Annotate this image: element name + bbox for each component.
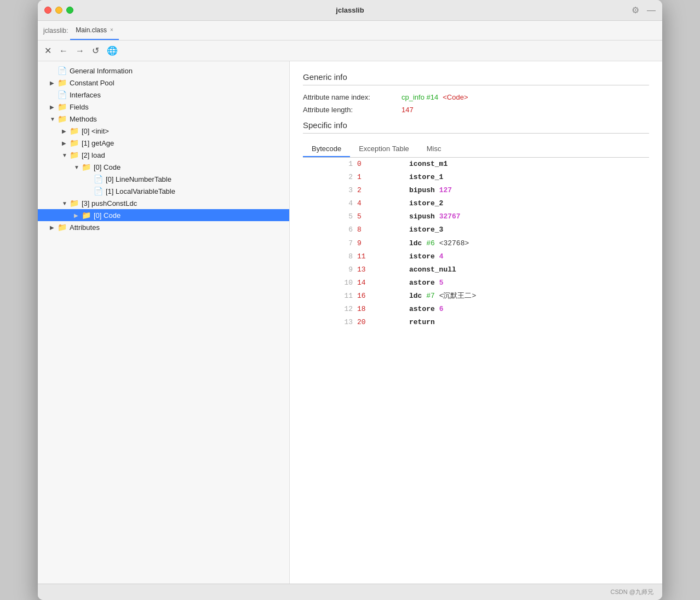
bytecode-line-num: 11 (303, 290, 355, 303)
folder-icon: 📁 (58, 114, 67, 123)
bytecode-row: 811istore 4 (303, 250, 649, 263)
bytecode-operand: 6 (439, 305, 444, 313)
sidebar-item-lvt[interactable]: 📄 [1] LocalVariableTable (38, 185, 289, 197)
attribute-length-row: Attribute length: 147 (303, 106, 649, 114)
attribute-name-row: Attribute name index: cp_info #14 <Code> (303, 93, 649, 101)
sidebar-item-constant-pool[interactable]: ▶ 📁 Constant Pool (38, 77, 289, 89)
chevron-down-icon: ▼ (62, 200, 70, 206)
sidebar-item-lnt[interactable]: 📄 [0] LineNumberTable (38, 173, 289, 185)
bytecode-row: 1116ldc #7 <沉默王二> (303, 290, 649, 303)
bytecode-line-num: 2 (303, 171, 355, 184)
sidebar-item-fields[interactable]: ▶ 📁 Fields (38, 101, 289, 113)
bytecode-offset: 8 (355, 223, 407, 236)
maximize-button[interactable] (66, 7, 73, 14)
chevron-right-icon: ▶ (50, 104, 58, 110)
bytecode-line-num: 10 (303, 276, 355, 290)
bytecode-offset: 4 (355, 197, 407, 210)
chevron-right-icon: ▶ (74, 212, 82, 218)
bytecode-row: 10iconst_m1 (303, 158, 649, 171)
bytecode-operand: 5 (439, 279, 444, 287)
chevron-placeholder (50, 92, 58, 98)
close-button[interactable] (44, 7, 51, 14)
bytecode-content: 10iconst_m121istore_132bipush 12744istor… (303, 158, 649, 329)
tab-close-button[interactable]: × (110, 27, 113, 33)
attribute-name-label: Attribute name index: (303, 93, 401, 101)
sidebar-item-methods[interactable]: ▼ 📁 Methods (38, 113, 289, 125)
folder-icon: 📁 (70, 151, 79, 159)
sidebar-item-label: [0] Code (94, 163, 121, 171)
back-button[interactable]: ← (59, 46, 68, 56)
bytecode-opcode: astore 6 (407, 303, 649, 316)
bytecode-line-num: 12 (303, 303, 355, 316)
sidebar-item-label: [0] Code (94, 211, 121, 220)
close-toolbar-button[interactable]: ✕ (44, 45, 51, 56)
sidebar-item-push[interactable]: ▼ 📁 [3] pushConstLdc (38, 197, 289, 209)
bytecode-offset: 11 (355, 250, 407, 263)
sidebar-item-general[interactable]: 📄 General Information (38, 65, 289, 77)
refresh-button[interactable]: ↺ (92, 45, 99, 56)
bytecode-line-num: 7 (303, 237, 355, 250)
bytecode-opcode: istore_2 (407, 197, 649, 210)
bytecode-operand[interactable]: #6 (426, 239, 435, 247)
sidebar-item-label: Fields (70, 103, 89, 111)
bytecode-opcode: sipush 32767 (407, 210, 649, 223)
tab-main-class[interactable]: Main.class × (70, 21, 119, 40)
forward-button[interactable]: → (76, 46, 84, 56)
bytecode-opcode: return (407, 316, 649, 329)
traffic-lights (44, 7, 73, 14)
bytecode-operand: 127 (439, 186, 452, 194)
bytecode-row: 913aconst_null (303, 263, 649, 276)
folder-icon: 📁 (70, 199, 79, 207)
sidebar-item-init[interactable]: ▶ 📁 [0] <init> (38, 125, 289, 137)
bytecode-offset: 16 (355, 290, 407, 303)
sidebar-item-load-code[interactable]: ▼ 📁 [0] Code (38, 161, 289, 173)
collapse-icon[interactable]: — (647, 5, 656, 15)
chevron-down-icon: ▼ (74, 164, 82, 170)
bytecode-operand[interactable]: #7 (426, 292, 435, 300)
sidebar-item-attributes[interactable]: ▶ 📁 Attributes (38, 221, 289, 233)
bytecode-offset: 18 (355, 303, 407, 316)
bytecode-row: 1014astore 5 (303, 276, 649, 290)
attribute-name-value-green[interactable]: cp_info #14 (401, 93, 438, 101)
sub-tab-bytecode[interactable]: Bytecode (303, 141, 350, 157)
bytecode-opcode: iconst_m1 (407, 158, 649, 171)
sidebar-item-label: [0] LineNumberTable (106, 175, 171, 183)
minimize-button[interactable] (55, 7, 62, 14)
tab-prefix: jclasslib: (43, 27, 68, 34)
sidebar-item-interfaces[interactable]: 📄 Interfaces (38, 89, 289, 101)
sidebar-item-push-code[interactable]: ▶ 📁 [0] Code (38, 209, 289, 221)
bytecode-line-num: 8 (303, 250, 355, 263)
doc-icon: 📄 (94, 175, 103, 183)
sidebar-item-label: [3] pushConstLdc (82, 199, 137, 207)
chevron-placeholder (86, 176, 94, 182)
bytecode-line-num: 1 (303, 158, 355, 171)
bytecode-opcode: aconst_null (407, 263, 649, 276)
sidebar-item-getage[interactable]: ▶ 📁 [1] getAge (38, 137, 289, 149)
bytecode-row: 32bipush 127 (303, 184, 649, 197)
window-title: jclasslib (336, 6, 364, 14)
specific-info-title: Specific info (303, 120, 649, 130)
bytecode-opcode: istore 4 (407, 250, 649, 263)
titlebar: jclasslib ⚙ — (38, 0, 662, 21)
sub-tab-misc[interactable]: Misc (418, 141, 450, 157)
chevron-right-icon: ▶ (50, 80, 58, 86)
bytecode-line-num: 13 (303, 316, 355, 329)
bytecode-table: 10iconst_m121istore_132bipush 12744istor… (303, 158, 649, 329)
chevron-right-icon: ▶ (50, 224, 58, 230)
sidebar-item-label: Interfaces (70, 91, 101, 99)
folder-icon: 📁 (82, 211, 91, 220)
bytecode-operand: 32767 (439, 212, 461, 221)
globe-button[interactable]: 🌐 (107, 45, 118, 56)
bytecode-row: 68istore_3 (303, 223, 649, 236)
bytecode-offset: 1 (355, 171, 407, 184)
bytecode-opcode: astore 5 (407, 276, 649, 290)
bytecode-offset: 0 (355, 158, 407, 171)
folder-icon: 📁 (82, 163, 91, 171)
bytecode-row: 1320return (303, 316, 649, 329)
chevron-placeholder (50, 68, 58, 74)
settings-icon[interactable]: ⚙ (632, 5, 639, 15)
sidebar-item-load[interactable]: ▼ 📁 [2] load (38, 149, 289, 161)
bytecode-offset: 13 (355, 263, 407, 276)
bytecode-line-num: 3 (303, 184, 355, 197)
sub-tab-exception-table[interactable]: Exception Table (350, 141, 418, 157)
